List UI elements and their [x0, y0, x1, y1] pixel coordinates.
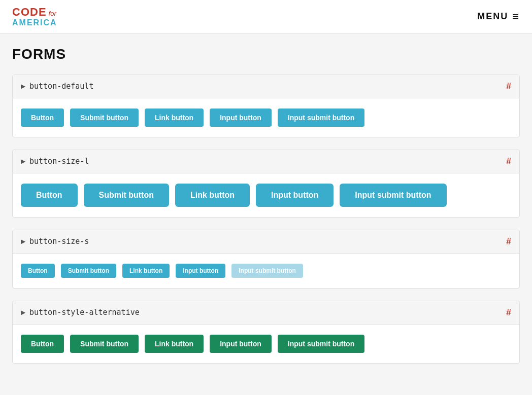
section-label: button-size-s: [29, 237, 89, 246]
button-size-s-input-submit[interactable]: Input submit button: [231, 264, 303, 278]
button-size-l-button[interactable]: Button: [21, 184, 78, 207]
section-header-left: ▶ button-default: [21, 82, 93, 91]
section-body-button-default: Button Submit button Link button Input b…: [13, 98, 519, 137]
section-button-style-alternative: ▶ button-style-alternative # Button Subm…: [12, 301, 520, 364]
logo-for: for: [49, 10, 56, 17]
button-size-l-link[interactable]: Link button: [175, 184, 250, 207]
button-default-submit[interactable]: Submit button: [70, 109, 139, 127]
section-body-button-size-l: Button Submit button Link button Input b…: [13, 173, 519, 217]
section-button-default: ▶ button-default # Button Submit button …: [12, 75, 520, 137]
button-default-input[interactable]: Input button: [210, 109, 272, 127]
button-size-s-submit[interactable]: Submit button: [61, 264, 116, 278]
section-header-left: ▶ button-style-alternative: [21, 308, 140, 317]
section-header-left: ▶ button-size-s: [21, 237, 89, 246]
section-button-size-l: ▶ button-size-l # Button Submit button L…: [12, 150, 520, 218]
button-size-s-link[interactable]: Link button: [122, 264, 170, 278]
button-default-link[interactable]: Link button: [145, 109, 204, 127]
button-size-l-input[interactable]: Input button: [256, 184, 334, 207]
section-header-button-style-alternative[interactable]: ▶ button-style-alternative #: [13, 301, 519, 325]
section-label: button-style-alternative: [29, 308, 140, 317]
section-triangle-icon: ▶: [21, 158, 25, 165]
site-logo: CODE for AMERICA: [12, 6, 57, 27]
section-body-button-style-alternative: Button Submit button Link button Input b…: [13, 325, 519, 363]
section-header-button-default[interactable]: ▶ button-default #: [13, 75, 519, 98]
section-body-button-size-s: Button Submit button Link button Input b…: [13, 254, 519, 288]
button-size-s-input[interactable]: Input button: [176, 264, 225, 278]
site-header: CODE for AMERICA MENU ≡: [0, 0, 532, 34]
button-alt-input[interactable]: Input button: [210, 335, 272, 353]
section-triangle-icon: ▶: [21, 309, 25, 316]
section-label: button-size-l: [29, 157, 89, 166]
menu-label: MENU: [477, 11, 508, 22]
button-size-l-submit[interactable]: Submit button: [84, 184, 169, 207]
button-default-button[interactable]: Button: [21, 109, 64, 127]
button-alt-button[interactable]: Button: [21, 335, 64, 353]
menu-button[interactable]: MENU ≡: [477, 11, 520, 22]
page-title: FORMS: [12, 46, 520, 62]
button-alt-link[interactable]: Link button: [145, 335, 204, 353]
section-header-button-size-s[interactable]: ▶ button-size-s #: [13, 230, 519, 254]
main-content: FORMS ▶ button-default # Button Submit b…: [0, 34, 532, 388]
section-hash: #: [506, 307, 511, 318]
section-hash: #: [506, 236, 511, 247]
section-button-size-s: ▶ button-size-s # Button Submit button L…: [12, 230, 520, 289]
section-label: button-default: [29, 82, 93, 91]
menu-icon: ≡: [512, 11, 520, 22]
section-triangle-icon: ▶: [21, 238, 25, 245]
button-default-input-submit[interactable]: Input submit button: [278, 109, 364, 127]
button-size-s-button[interactable]: Button: [21, 264, 55, 278]
section-hash: #: [506, 81, 511, 92]
logo-america: AMERICA: [12, 18, 57, 27]
section-header-left: ▶ button-size-l: [21, 157, 89, 166]
button-alt-input-submit[interactable]: Input submit button: [278, 335, 364, 353]
logo-code: CODE: [12, 6, 47, 18]
section-hash: #: [506, 156, 511, 167]
button-size-l-input-submit[interactable]: Input submit button: [340, 184, 446, 207]
button-alt-submit[interactable]: Submit button: [70, 335, 139, 353]
section-header-button-size-l[interactable]: ▶ button-size-l #: [13, 150, 519, 173]
section-triangle-icon: ▶: [21, 83, 25, 90]
